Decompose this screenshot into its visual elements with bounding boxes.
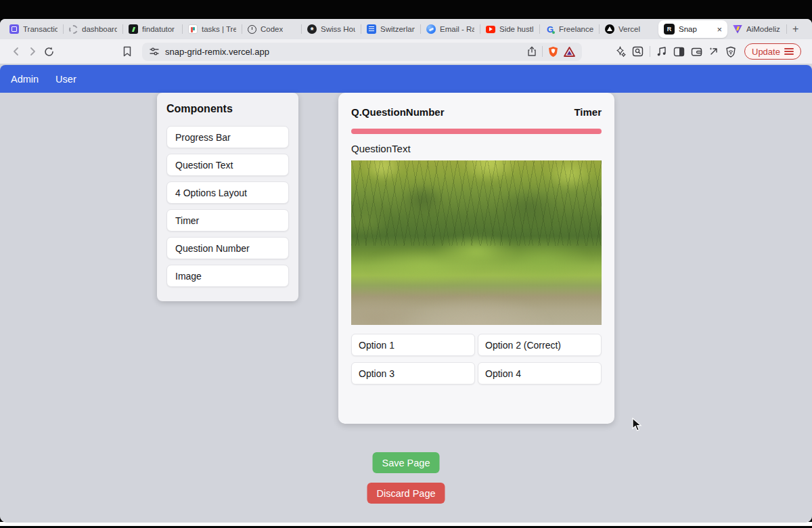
update-label: Update — [752, 47, 780, 57]
save-page-button[interactable]: Save Page — [373, 452, 440, 473]
email-globe-icon — [426, 24, 436, 34]
tab-label: Email - Ra — [440, 25, 474, 33]
tab-findatutor[interactable]: findatutor — [123, 20, 182, 38]
tab-snap-active[interactable]: R Snap × — [658, 20, 727, 38]
preview-card: Q.QuestionNumber Timer QuestionText Opti… — [338, 93, 614, 424]
tab-freelance[interactable]: G Freelance — [540, 20, 599, 38]
tab-tasks[interactable]: tasks | Tre — [183, 20, 242, 38]
tab-label: Switzerlan — [380, 25, 415, 33]
component-question-text[interactable]: Question Text — [166, 154, 289, 176]
url-text[interactable]: snap-grid-remix.vercel.app — [165, 47, 527, 57]
freelance-g-icon: G — [545, 24, 555, 34]
preview-header: Q.QuestionNumber Timer — [351, 106, 602, 118]
nav-admin-link[interactable]: Admin — [11, 74, 39, 85]
tab-vercel[interactable]: Vercel — [600, 20, 658, 38]
tab-label: AiModeliz — [746, 25, 780, 33]
youtube-play-icon — [486, 26, 495, 33]
option-2-correct[interactable]: Option 2 (Correct) — [478, 334, 602, 356]
app-navbar: Admin User — [0, 65, 812, 93]
blue-doc-icon — [367, 24, 376, 34]
bookmark-icon[interactable] — [119, 43, 135, 60]
question-number-placeholder: Q.QuestionNumber — [351, 106, 445, 118]
vite-v-icon — [733, 25, 742, 34]
screen: Transactio dashboard findatutor tasks | … — [0, 0, 812, 528]
component-progress-bar[interactable]: Progress Bar — [166, 126, 289, 148]
update-button[interactable]: Update — [744, 43, 801, 59]
tab-codex[interactable]: Codex — [242, 20, 301, 38]
trello-board-icon — [188, 24, 198, 34]
discard-page-button[interactable]: Discard Page — [367, 483, 445, 504]
components-title: Components — [166, 103, 289, 115]
brave-rewards-triangle-icon[interactable] — [564, 47, 575, 57]
forward-icon[interactable] — [24, 43, 41, 60]
options-grid: Option 1 Option 2 (Correct) Option 3 Opt… — [351, 334, 602, 384]
components-panel: Components Progress Bar Question Text 4 … — [157, 93, 298, 301]
divider — [542, 46, 543, 57]
tab-label: Side hustl — [499, 25, 534, 33]
new-tab-button[interactable]: + — [792, 23, 798, 35]
tab-label: Swiss Hou — [321, 25, 355, 33]
close-tab-icon[interactable]: × — [717, 25, 722, 34]
url-bar[interactable]: snap-grid-remix.vercel.app — [142, 43, 582, 61]
tab-divider — [786, 24, 787, 34]
progress-bar — [351, 129, 602, 134]
divider — [650, 46, 650, 57]
page-body: Components Progress Bar Question Text 4 … — [0, 93, 812, 523]
brave-shield-icon[interactable] — [548, 46, 558, 58]
transactio-icon — [9, 24, 19, 34]
tab-aimodelizer[interactable]: AiModeliz — [727, 20, 786, 38]
option-4[interactable]: Option 4 — [478, 362, 602, 384]
tab-transactions[interactable]: Transactio — [4, 20, 63, 38]
tab-dashboard[interactable]: dashboard — [64, 20, 122, 38]
component-timer[interactable]: Timer — [166, 209, 289, 232]
leo-ai-icon[interactable] — [614, 46, 626, 58]
dashboard-icon — [69, 25, 78, 34]
timer-placeholder: Timer — [574, 106, 602, 118]
remix-r-icon: R — [664, 24, 675, 35]
tab-label: Transactio — [23, 25, 58, 33]
extension-icons — [614, 46, 736, 58]
question-image — [351, 160, 602, 325]
tab-side-hustle[interactable]: Side hustl — [480, 20, 539, 38]
tab-bar: Transactio dashboard findatutor tasks | … — [0, 19, 812, 39]
openai-knot-icon — [307, 24, 317, 34]
tab-switzerland[interactable]: Switzerlan — [361, 20, 420, 38]
tab-email[interactable]: Email - Ra — [421, 20, 480, 38]
sparkle-arrow-icon[interactable] — [708, 46, 719, 57]
tab-label: Freelance — [559, 25, 593, 33]
component-4-options-layout[interactable]: 4 Options Layout — [166, 181, 289, 204]
tab-label: findatutor — [142, 25, 175, 33]
wallet-icon[interactable] — [691, 47, 702, 57]
vercel-triangle-icon — [605, 24, 614, 34]
component-question-number[interactable]: Question Number — [166, 237, 289, 259]
music-note-icon[interactable] — [656, 46, 667, 57]
search-in-page-icon[interactable] — [632, 46, 644, 57]
browser-window: Transactio dashboard findatutor tasks | … — [0, 19, 812, 523]
component-image[interactable]: Image — [166, 265, 289, 287]
reload-icon[interactable] — [41, 43, 57, 60]
menu-icon — [784, 46, 794, 56]
tab-label: Codex — [261, 25, 283, 33]
tab-swiss-house[interactable]: Swiss Hou — [302, 20, 361, 38]
question-text-placeholder: QuestionText — [351, 143, 602, 154]
vpn-shield-icon[interactable] — [725, 46, 736, 58]
site-settings-icon[interactable] — [149, 47, 160, 56]
page-viewport: Admin User Components Progress Bar Quest… — [0, 64, 812, 523]
tab-label: dashboard — [82, 25, 117, 33]
nav-user-link[interactable]: User — [55, 74, 76, 85]
tab-label: Snap — [679, 25, 697, 33]
option-3[interactable]: Option 3 — [351, 362, 475, 384]
mouse-cursor — [632, 418, 643, 435]
option-1[interactable]: Option 1 — [351, 334, 475, 356]
browser-toolbar: snap-grid-remix.vercel.app — [0, 39, 812, 64]
back-icon[interactable] — [8, 43, 24, 60]
codex-clock-icon — [248, 25, 256, 34]
sidebar-toggle-icon[interactable] — [673, 47, 685, 57]
share-icon[interactable] — [527, 46, 537, 57]
tab-label: Vercel — [618, 25, 640, 33]
findatutor-icon — [129, 24, 138, 34]
tab-label: tasks | Tre — [202, 25, 236, 33]
